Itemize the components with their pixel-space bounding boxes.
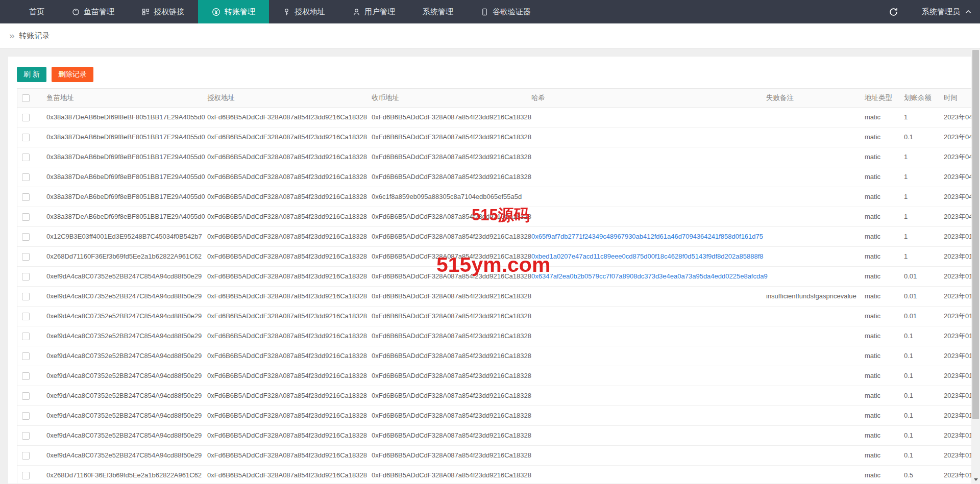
cell-time: 2023年01 (939, 306, 972, 326)
cell-auth-address: 0xFd6B6B5ADdCdF328A087a854f23dd9216Ca183… (202, 107, 366, 127)
cell-auth-address: 0xFd6B6B5ADdCdF328A087a854f23dd9216Ca183… (202, 127, 366, 147)
cell-receive-address: 0xFd6B6B5ADdCdF328A087a854f23dd9216Ca183… (366, 207, 526, 226)
cell-address-type: matic (860, 226, 899, 246)
row-checkbox[interactable] (22, 412, 30, 420)
cell-hash (526, 445, 761, 465)
cell-hash (526, 405, 761, 425)
hash-link[interactable]: 0xbed1a0207e47acd11c89eee0cd875d00f18c46… (531, 252, 763, 260)
cell-fail-note (761, 107, 860, 127)
transfer-records-table-wrap: 鱼苗地址授权地址收币地址哈希失败备注地址类型划账余额时间 0x38a387DeA… (17, 88, 972, 483)
refresh-icon[interactable] (889, 7, 898, 17)
cell-amount: 0.1 (899, 326, 939, 346)
scrollbar-down-arrow[interactable] (971, 475, 980, 484)
cell-amount: 1 (899, 207, 939, 226)
vertical-scrollbar[interactable] (971, 49, 980, 484)
cell-auth-address: 0xFd6B6B5ADdCdF328A087a854f23dd9216Ca183… (202, 266, 366, 286)
row-checkbox[interactable] (22, 472, 30, 479)
row-checkbox[interactable] (22, 213, 30, 221)
refresh-button[interactable]: 刷 新 (17, 67, 46, 82)
cell-receive-address: 0xFd6B6B5ADdCdF328A087a854f23dd9216Ca183… (366, 226, 526, 246)
cell-time: 2023年04 (939, 127, 972, 147)
cell-fish-address: 0x38a387DeAB6beDf69f8eBF8051BB17E29A4055… (41, 187, 202, 207)
cell-address-type: matic (860, 306, 899, 326)
cell-address-type: matic (860, 445, 899, 465)
cell-amount: 1 (899, 107, 939, 127)
cell-receive-address: 0xFd6B6B5ADdCdF328A087a854f23dd9216Ca183… (366, 405, 526, 425)
cell-address-type: matic (860, 286, 899, 306)
cell-auth-address: 0xFd6B6B5ADdCdF328A087a854f23dd9216Ca183… (202, 167, 366, 187)
cell-amount: 1 (899, 246, 939, 266)
cell-address-type: matic (860, 346, 899, 366)
cell-time: 2023年01 (939, 266, 972, 286)
cell-hash (526, 286, 761, 306)
cell-hash (526, 346, 761, 366)
row-checkbox[interactable] (22, 432, 30, 440)
row-checkbox[interactable] (22, 452, 30, 460)
breadcrumb-arrows-icon: » (9, 31, 15, 40)
cell-fish-address: 0xef9dA4ca8C07352e52BB247C854A94cd88f50e… (41, 266, 202, 286)
nav-item[interactable]: 谷歌验证器 (467, 0, 545, 23)
cell-hash (526, 187, 761, 207)
row-checkbox[interactable] (22, 173, 30, 181)
cell-address-type: matic (860, 147, 899, 167)
cell-fail-note (761, 266, 860, 286)
toolbar: 刷 新 删除记录 (17, 67, 972, 82)
table-row: 0x268Dd71160F36Ef3b69fd5Ee2a1b62822A961C… (17, 465, 972, 483)
cell-auth-address: 0xFd6B6B5ADdCdF328A087a854f23dd9216Ca183… (202, 226, 366, 246)
row-checkbox[interactable] (22, 114, 30, 121)
nav-item[interactable]: 授权地址 (269, 0, 339, 23)
cell-receive-address: 0xFd6B6B5ADdCdF328A087a854f23dd9216Ca183… (366, 266, 526, 286)
nav-item[interactable]: 用户管理 (339, 0, 409, 23)
hash-link[interactable]: 0x65f9af7db2771f24349c48967930ab412fd61a… (531, 233, 763, 240)
nav-menu: 首页 鱼苗管理 授权链接 转账管理 授权地址 用户管理 系统管理 谷歌验证器 (0, 0, 545, 23)
column-header: 哈希 (526, 89, 761, 107)
table-row: 0x38a387DeAB6beDf69f8eBF8051BB17E29A4055… (17, 207, 972, 226)
content-card: 刷 新 删除记录 鱼苗地址授权地址收币地址哈希失败备注地址类型划账余额时间 0x… (8, 57, 972, 483)
cell-fish-address: 0x268Dd71160F36Ef3b69fd5Ee2a1b62822A961C… (41, 246, 202, 266)
nav-item[interactable]: 系统管理 (409, 0, 467, 23)
cell-fail-note (761, 187, 860, 207)
cell-fail-note (761, 465, 860, 483)
row-checkbox[interactable] (22, 372, 30, 380)
row-checkbox[interactable] (22, 313, 30, 320)
cell-receive-address: 0xFd6B6B5ADdCdF328A087a854f23dd9216Ca183… (366, 306, 526, 326)
row-checkbox[interactable] (22, 273, 30, 281)
row-checkbox[interactable] (22, 253, 30, 261)
cell-auth-address: 0xFd6B6B5ADdCdF328A087a854f23dd9216Ca183… (202, 346, 366, 366)
cell-fish-address: 0xef9dA4ca8C07352e52BB247C854A94cd88f50e… (41, 366, 202, 386)
row-checkbox[interactable] (22, 392, 30, 400)
cell-time: 2023年01 (939, 346, 972, 366)
row-checkbox[interactable] (22, 154, 30, 161)
cell-hash (526, 147, 761, 167)
cell-amount: 0.5 (899, 465, 939, 483)
cell-time: 2023年01 (939, 326, 972, 346)
hash-link[interactable]: 0x6347af2ea0b2b0579cc7f07a8908dc373d3e4e… (531, 272, 768, 280)
cell-address-type: matic (860, 107, 899, 127)
row-checkbox[interactable] (22, 293, 30, 300)
link-grid-icon (142, 8, 150, 16)
nav-item[interactable]: 首页 (15, 0, 58, 23)
nav-item[interactable]: 授权链接 (128, 0, 198, 23)
nav-item[interactable]: 鱼苗管理 (58, 0, 128, 23)
admin-menu[interactable]: 系统管理员 (922, 7, 972, 17)
row-checkbox[interactable] (22, 193, 30, 201)
nav-item[interactable]: 转账管理 (198, 0, 269, 23)
column-header: 时间 (939, 89, 972, 107)
row-checkbox[interactable] (22, 233, 30, 241)
cell-address-type: matic (860, 246, 899, 266)
cell-hash (526, 127, 761, 147)
cell-fish-address: 0xef9dA4ca8C07352e52BB247C854A94cd88f50e… (41, 425, 202, 445)
cell-receive-address: 0xFd6B6B5ADdCdF328A087a854f23dd9216Ca183… (366, 425, 526, 445)
row-checkbox[interactable] (22, 134, 30, 141)
row-checkbox[interactable] (22, 333, 30, 340)
delete-records-button[interactable]: 删除记录 (52, 67, 93, 82)
cell-auth-address: 0xFd6B6B5ADdCdF328A087a854f23dd9216Ca183… (202, 445, 366, 465)
scrollbar-thumb[interactable] (972, 50, 979, 419)
cell-receive-address: 0xFd6B6B5ADdCdF328A087a854f23dd9216Ca183… (366, 465, 526, 483)
row-checkbox[interactable] (22, 352, 30, 360)
cell-amount: 0.1 (899, 127, 939, 147)
cell-fail-note (761, 226, 860, 246)
select-all-checkbox[interactable] (22, 94, 30, 102)
cell-receive-address: 0x6c1f8a859eb095a88305c8a7104edb065ef55a… (366, 187, 526, 207)
cell-amount: 1 (899, 147, 939, 167)
